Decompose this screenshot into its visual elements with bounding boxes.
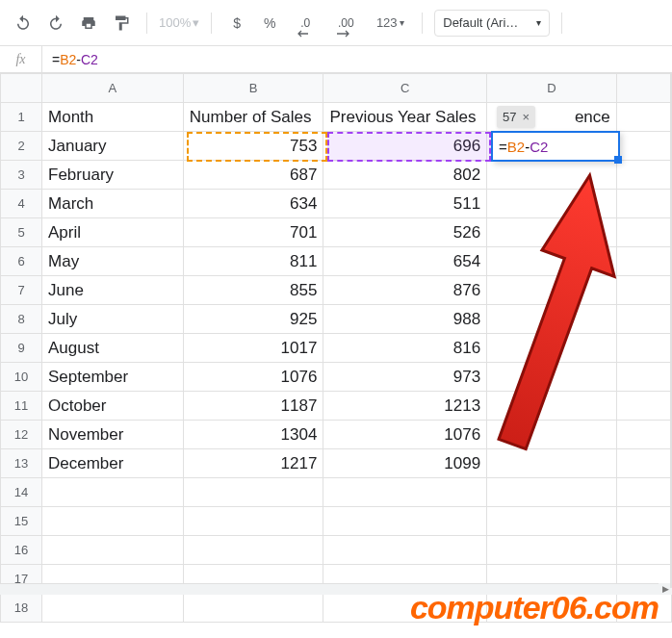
col-header-c[interactable]: C [323,74,487,103]
cell[interactable]: 973 [323,363,487,392]
cell[interactable] [616,449,671,478]
cell[interactable]: 876 [323,276,487,305]
cell[interactable]: Number of Sales [183,103,323,132]
cell[interactable] [183,536,323,565]
cell[interactable] [42,507,184,536]
cell[interactable] [42,536,184,565]
cell[interactable]: November [42,421,184,449]
row-header[interactable]: 4 [1,190,42,218]
cell[interactable] [616,392,671,421]
cell[interactable] [487,161,617,190]
cell[interactable]: 1076 [183,363,323,392]
row-header[interactable]: 14 [1,478,42,507]
col-header-a[interactable]: A [42,74,184,103]
col-header-e[interactable] [616,74,671,103]
horizontal-scrollbar[interactable] [0,583,671,595]
cell[interactable] [487,392,617,421]
row-header[interactable]: 2 [1,132,42,161]
cell[interactable]: 855 [183,276,323,305]
print-icon[interactable] [75,10,102,37]
cell[interactable] [616,305,671,334]
row-header[interactable]: 16 [1,536,42,565]
cell[interactable]: 1076 [323,421,487,449]
cell[interactable] [487,334,617,363]
fill-handle[interactable] [614,156,622,164]
cell[interactable] [616,594,671,623]
cell[interactable]: 696 [323,132,487,161]
cell[interactable] [323,478,487,507]
cell[interactable]: 988 [323,305,487,334]
cell[interactable] [487,363,617,392]
cell[interactable]: 1217 [183,449,323,478]
cell[interactable] [323,536,487,565]
cell[interactable] [616,478,671,507]
cell[interactable] [487,536,617,565]
cell[interactable]: February [42,161,184,190]
cell[interactable] [487,276,617,305]
cell[interactable]: 634 [183,190,323,218]
format-currency-button[interactable]: $ [223,10,250,37]
cell[interactable]: 816 [323,334,487,363]
cell[interactable]: October [42,392,184,421]
col-header-b[interactable]: B [183,74,323,103]
cell[interactable]: 802 [323,161,487,190]
cell[interactable]: 1304 [183,421,323,449]
cell[interactable]: June [42,276,184,305]
select-all-corner[interactable] [1,74,42,103]
cell[interactable]: January [42,132,184,161]
row-header[interactable]: 5 [1,218,42,247]
cell[interactable] [487,421,617,449]
cell[interactable] [487,594,617,623]
cell[interactable]: April [42,218,184,247]
row-header[interactable]: 13 [1,449,42,478]
decrease-decimal-button[interactable]: .0 [289,10,322,37]
cell[interactable]: May [42,247,184,276]
row-header[interactable]: 15 [1,507,42,536]
cell[interactable] [183,478,323,507]
cell[interactable]: 925 [183,305,323,334]
cell[interactable] [42,594,184,623]
row-header[interactable]: 9 [1,334,42,363]
cell[interactable]: 1187 [183,392,323,421]
cell[interactable] [323,507,487,536]
cell[interactable]: August [42,334,184,363]
cell[interactable] [487,478,617,507]
cell[interactable] [616,363,671,392]
cell[interactable] [487,190,617,218]
paint-format-icon[interactable] [108,10,135,37]
cell[interactable] [616,161,671,190]
zoom-select[interactable]: 100% ▾ [159,15,199,30]
format-percent-button[interactable]: % [256,10,283,37]
cell[interactable] [487,218,617,247]
cell[interactable] [616,132,671,161]
cell[interactable] [616,507,671,536]
cell[interactable]: 753 [183,132,323,161]
cell[interactable] [487,247,617,276]
row-header[interactable]: 10 [1,363,42,392]
row-header[interactable]: 3 [1,161,42,190]
cell[interactable]: 526 [323,218,487,247]
formula-input[interactable]: =B2-C2 [42,52,108,67]
row-header[interactable]: 12 [1,421,42,449]
cell[interactable] [616,218,671,247]
cell[interactable]: 654 [323,247,487,276]
increase-decimal-button[interactable]: .00 [327,10,364,37]
row-header[interactable]: 11 [1,392,42,421]
font-family-select[interactable]: Default (Ari… ▾ [434,10,550,37]
cell[interactable]: 1017 [183,334,323,363]
cell[interactable]: September [42,363,184,392]
cell[interactable]: Previous Year Sales [323,103,487,132]
redo-icon[interactable] [42,10,69,37]
cell[interactable] [487,449,617,478]
cell[interactable]: Month [42,103,184,132]
cell[interactable] [183,594,323,623]
cell-editor[interactable]: =B2-C2 [491,131,620,162]
more-formats-button[interactable]: 123▾ [370,10,410,37]
cell[interactable]: 511 [323,190,487,218]
cell[interactable]: March [42,190,184,218]
close-icon[interactable]: × [522,110,530,124]
row-header[interactable]: 1 [1,103,42,132]
row-header[interactable]: 7 [1,276,42,305]
cell[interactable] [616,276,671,305]
cell[interactable] [487,507,617,536]
